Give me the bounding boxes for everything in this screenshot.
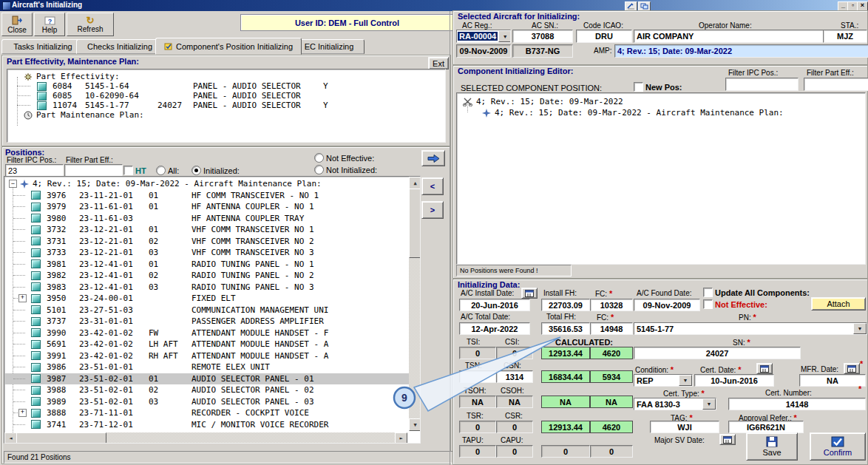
expand-icon[interactable]: + xyxy=(18,294,27,302)
collapse-icon[interactable]: − xyxy=(9,180,17,188)
position-row[interactable]: 3976 23-11-21-01 01 HF COMM TRANSCEIVER … xyxy=(4,190,420,202)
amp-label: AMP: xyxy=(594,47,611,55)
move-selected-button[interactable] xyxy=(421,150,445,166)
window-title: Aircraft's Initializing xyxy=(12,1,82,9)
mfr-date-calendar-button[interactable] xyxy=(844,363,860,374)
close-button[interactable]: Close xyxy=(1,13,33,36)
vertical-scrollbar[interactable]: ▲ ▼ xyxy=(409,177,420,431)
dropdown-icon[interactable]: ▼ xyxy=(498,30,511,42)
total-fh-field[interactable]: 35616.53 xyxy=(541,322,590,335)
part-effectivity-root-node[interactable]: Part Effectivity: xyxy=(7,72,445,81)
install-date-calendar-button[interactable] xyxy=(521,288,538,299)
position-row[interactable]: 3989 23-51-02-01 03 AUDIO SELECTOR PANEL… xyxy=(4,396,420,408)
dropdown-icon[interactable]: ▼ xyxy=(702,398,716,410)
sta-field[interactable]: MJZ xyxy=(823,30,867,43)
total-date-field[interactable]: 12-Apr-2022 xyxy=(459,322,530,335)
ext-button[interactable]: Ext xyxy=(428,57,449,69)
ht-checkbox[interactable]: HT xyxy=(123,166,146,175)
cert-date-label: Cert. Date: * xyxy=(700,365,741,374)
position-row[interactable]: 3987 23-51-02-01 01 AUDIO SELECTOR PANEL… xyxy=(4,373,420,385)
horizontal-scrollbar[interactable]: ◄ ► xyxy=(4,432,407,443)
confirm-button[interactable]: Confirm xyxy=(810,432,866,461)
editor-amp-node[interactable]: 4; Rev.: 15; Date: 09-Mar-2022 xyxy=(457,96,865,107)
position-row[interactable]: 3986 23-51-01-01 REMOTE ELEX UNIT xyxy=(4,362,420,373)
dropdown-icon[interactable]: ▼ xyxy=(853,323,867,334)
save-button[interactable]: Save xyxy=(746,432,798,461)
cert-date-field[interactable]: 10-Jun-2016 xyxy=(694,374,774,387)
component-box-icon xyxy=(31,271,41,280)
scroll-up-icon[interactable]: ▲ xyxy=(409,177,421,189)
install-date-field[interactable]: 20-Jun-2016 xyxy=(459,299,530,311)
all-radio[interactable]: All: xyxy=(156,166,179,175)
install-fc-field[interactable]: 10328 xyxy=(590,299,633,311)
position-row[interactable]: 3741 23-71-12-01 MIC / MONITOR VOICE REC… xyxy=(4,419,420,431)
refresh-button[interactable]: ↻ Refresh xyxy=(67,13,114,36)
approval-refer-field[interactable]: IG6R621N xyxy=(728,421,804,433)
ac-sn-field[interactable]: 37088 xyxy=(512,30,573,43)
ac-reg-combo[interactable]: RA-00004 ▼ xyxy=(456,30,511,43)
cert-date-calendar-button[interactable] xyxy=(756,363,773,374)
position-row[interactable]: 3979 23-11-61-01 01 HF ANTENNA COUPLER -… xyxy=(4,201,420,213)
position-row[interactable]: 3982 23-12-41-01 02 RADIO TUNING PANEL -… xyxy=(4,270,420,282)
position-row[interactable]: 3990 23-42-01-02 FW ATTENDANT MODULE HAN… xyxy=(4,327,420,339)
position-row[interactable]: 3737 23-31-01-01 PASSENGER ADDRESS AMPLI… xyxy=(4,316,420,327)
position-row[interactable]: 3733 23-12-21-01 03 VHF COMM TRANSCEIVER… xyxy=(4,247,420,259)
tab-ec-initializing[interactable]: EC Initializing xyxy=(294,39,365,54)
position-row[interactable]: 5691 23-42-01-02 LH AFT ATTENDANT MODULE… xyxy=(4,339,420,350)
mfr-date-field[interactable]: NA xyxy=(799,374,866,387)
editor-filter-part-input[interactable] xyxy=(804,78,868,91)
tag-field[interactable]: WJI xyxy=(650,421,719,433)
tsn-field[interactable] xyxy=(459,370,496,383)
part-maintenance-plan-node[interactable]: Part Maintenance Plan: xyxy=(7,110,445,120)
position-row[interactable]: + 3888 23-71-11-01 RECORDER - COCKPIT VO… xyxy=(4,407,420,419)
expand-icon[interactable]: + xyxy=(18,409,27,417)
ht-checkbox-box[interactable] xyxy=(123,166,133,175)
scroll-left-icon[interactable]: ◄ xyxy=(4,432,17,444)
install-fh-field[interactable]: 22703.09 xyxy=(541,299,590,311)
tab-components-position-initializing[interactable]: Component's Position Initializing xyxy=(155,38,302,55)
operator-name-field[interactable]: AIR COMPANY xyxy=(634,30,824,43)
horizontal-scroll-thumb[interactable] xyxy=(16,432,106,444)
not-initialized-radio[interactable]: Not Initialized: xyxy=(314,165,377,174)
major-sv-calendar-button[interactable] xyxy=(719,434,736,445)
dropdown-icon[interactable]: ▼ xyxy=(679,375,692,386)
cert-type-combo[interactable]: FAA 8130-3 ▼ xyxy=(634,398,716,410)
position-row[interactable]: 3988 23-51-02-01 02 AUDIO SELECTOR PANEL… xyxy=(4,384,420,396)
position-row[interactable]: 5101 23-27-51-03 COMMUNICATION MANAGEMEN… xyxy=(4,305,420,316)
move-left-button[interactable]: < xyxy=(421,177,444,195)
total-fc-field[interactable]: 14948 xyxy=(590,322,633,335)
position-row[interactable]: 3732 23-12-21-01 01 VHF COMM TRANSCEIVER… xyxy=(4,224,420,236)
condition-combo[interactable]: REP ▼ xyxy=(634,374,693,387)
position-row[interactable]: 3983 23-12-41-01 03 RADIO TUNING PANEL -… xyxy=(4,282,420,293)
cert-number-field[interactable]: 14148 xyxy=(728,398,866,410)
position-row[interactable]: 3980 23-11-61-03 HF ANTENNA COUPLER TRAY xyxy=(4,213,420,225)
update-all-checkbox[interactable]: Update All Components: xyxy=(703,288,810,297)
position-row[interactable]: 3981 23-12-41-01 01 RADIO TUNING PANEL -… xyxy=(4,259,420,271)
tab-checks-initializing[interactable]: Checks Initializing xyxy=(76,39,163,54)
part-row[interactable]: 11074 5145-1-77 24027 PANEL - AUDIO SELE… xyxy=(7,101,445,110)
position-row[interactable]: 3991 23-42-01-02 RH AFT ATTENDANT MODULE… xyxy=(4,350,420,362)
amp-root-node[interactable]: − 4; Rev.: 15; Date: 09-Mar-2022 - Aircr… xyxy=(4,178,420,190)
tsi-field: 0 xyxy=(459,347,496,359)
help-button[interactable]: ? Help xyxy=(34,13,65,36)
pn-combo[interactable]: 5145-1-77 ▼ xyxy=(634,322,867,335)
editor-amp-plan-node[interactable]: 4; Rev.: 15; Date: 09-Mar-2022 - Aircraf… xyxy=(457,107,865,118)
scroll-right-icon[interactable]: ► xyxy=(395,432,407,444)
move-right-button[interactable]: > xyxy=(421,201,444,219)
position-row[interactable]: 3731 23-12-21-01 02 VHF COMM TRANSCEIVER… xyxy=(4,236,420,248)
attach-button[interactable]: Attach xyxy=(811,297,866,310)
position-row[interactable]: + 3950 23-24-00-01 FIXED ELT xyxy=(4,293,420,305)
csn-field[interactable]: 1314 xyxy=(496,370,533,383)
initialized-radio[interactable]: Initialized: xyxy=(191,166,240,175)
code-icao-field[interactable]: DRU xyxy=(576,30,632,43)
vertical-scroll-thumb[interactable] xyxy=(409,189,421,258)
not-effective-checkbox[interactable]: Not Effective: xyxy=(703,299,767,309)
new-pos-checkbox[interactable]: New Pos: xyxy=(634,82,682,92)
editor-filter-ipc-input[interactable] xyxy=(725,78,799,91)
part-row[interactable]: 6085 10-62090-64 PANEL - AUDIO SELECTOR xyxy=(7,91,445,101)
part-row[interactable]: 6084 5145-1-64 PANEL - AUDIO SELECTOR Y xyxy=(7,81,445,91)
tab-tasks-initializing[interactable]: Tasks Initializing xyxy=(1,39,84,54)
scroll-down-icon[interactable]: ▼ xyxy=(409,418,421,431)
sn-field[interactable]: 24027 xyxy=(634,347,801,359)
not-effective-radio[interactable]: Not Effective: xyxy=(314,153,374,163)
